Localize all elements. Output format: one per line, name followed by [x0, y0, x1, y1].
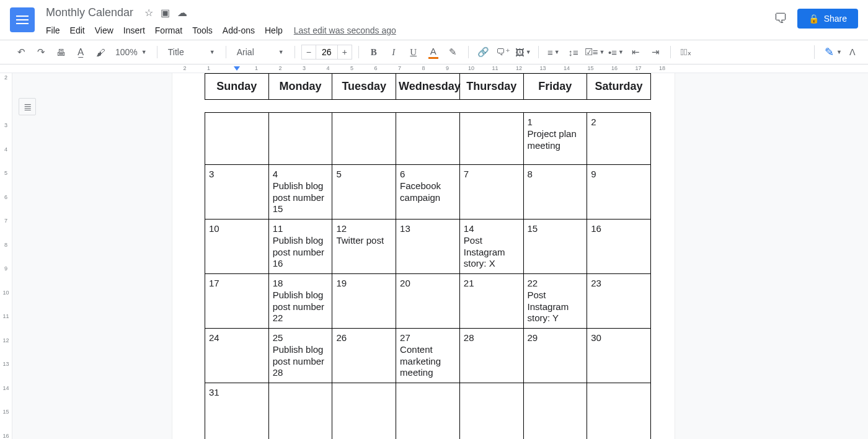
- calendar-cell[interactable]: 11Publish blog post number 16: [268, 220, 332, 274]
- calendar-cell[interactable]: [523, 383, 587, 440]
- italic-button[interactable]: I: [385, 43, 402, 61]
- font-size-input[interactable]: [316, 45, 337, 60]
- calendar-cell[interactable]: [396, 383, 460, 440]
- calendar-cell[interactable]: [587, 383, 651, 440]
- menu-view[interactable]: View: [91, 23, 117, 38]
- menu-help[interactable]: Help: [261, 23, 286, 38]
- calendar-cell[interactable]: [205, 113, 269, 165]
- calendar-cell[interactable]: 22Post Instagram story: Y: [523, 274, 587, 329]
- print-button[interactable]: 🖶: [52, 43, 69, 61]
- undo-button[interactable]: ↶: [12, 43, 30, 61]
- last-edit-link[interactable]: Last edit was seconds ago: [294, 25, 396, 35]
- calendar-cell[interactable]: [268, 383, 332, 440]
- calendar-cell[interactable]: [332, 383, 396, 440]
- calendar-day-number: 15: [528, 223, 583, 235]
- menu-tools[interactable]: Tools: [188, 23, 216, 38]
- calendar-cell[interactable]: 21: [459, 274, 523, 329]
- calendar-cell[interactable]: 16: [587, 220, 651, 274]
- font-size-decrease[interactable]: −: [301, 45, 316, 60]
- menu-edit[interactable]: Edit: [66, 23, 89, 38]
- calendar-cell[interactable]: 12Twitter post: [332, 220, 396, 274]
- calendar-header-cell[interactable]: Sunday: [205, 74, 269, 100]
- indent-decrease-button[interactable]: ⇤: [627, 43, 644, 61]
- calendar-cell[interactable]: 31: [205, 383, 269, 440]
- font-size-increase[interactable]: +: [337, 45, 352, 60]
- page-scroll-area[interactable]: SundayMondayTuesdayWednesdayThursdayFrid…: [42, 73, 868, 439]
- collapse-toolbar-button[interactable]: ᐱ: [849, 47, 856, 57]
- document-page[interactable]: SundayMondayTuesdayWednesdayThursdayFrid…: [172, 73, 675, 439]
- document-title[interactable]: Monthly Calendar: [42, 5, 137, 20]
- calendar-cell[interactable]: 26: [332, 329, 396, 383]
- calendar-cell[interactable]: 27Content marketing meeting: [396, 329, 460, 383]
- calendar-cell[interactable]: 23: [587, 274, 651, 329]
- calendar-header-cell[interactable]: Wednesday: [396, 74, 460, 100]
- calendar-cell[interactable]: 29: [523, 329, 587, 383]
- calendar-cell[interactable]: [268, 113, 332, 165]
- calendar-cell[interactable]: [459, 383, 523, 440]
- redo-button[interactable]: ↷: [32, 43, 50, 61]
- highlight-button[interactable]: ✎: [445, 43, 462, 61]
- calendar-cell[interactable]: 3: [205, 165, 269, 220]
- calendar-header-cell[interactable]: Tuesday: [332, 74, 396, 100]
- horizontal-ruler[interactable]: 21123456789101112131415161718: [0, 64, 868, 73]
- spellcheck-button[interactable]: A̲: [72, 43, 89, 61]
- calendar-cell[interactable]: 13: [396, 220, 460, 274]
- calendar-cell[interactable]: 5: [332, 165, 396, 220]
- text-color-button[interactable]: A: [425, 43, 442, 61]
- star-icon[interactable]: ☆: [144, 7, 153, 19]
- calendar-header-cell[interactable]: Monday: [268, 74, 332, 100]
- editing-mode-button[interactable]: ✎ ▼: [814, 45, 842, 59]
- calendar-cell[interactable]: 6Facebook campaign: [396, 165, 460, 220]
- indent-marker-icon[interactable]: [234, 66, 240, 71]
- calendar-cell[interactable]: 17: [205, 274, 269, 329]
- bold-button[interactable]: B: [365, 43, 383, 61]
- insert-comment-button[interactable]: 🗨⁺: [495, 43, 512, 61]
- calendar-cell[interactable]: 30: [587, 329, 651, 383]
- menu-format[interactable]: Format: [151, 23, 186, 38]
- calendar-cell[interactable]: 28: [459, 329, 523, 383]
- zoom-select[interactable]: 100% ▼: [112, 47, 151, 57]
- calendar-cell[interactable]: 8: [523, 165, 587, 220]
- calendar-cell[interactable]: [459, 113, 523, 165]
- menu-file[interactable]: File: [42, 23, 64, 38]
- document-outline-button[interactable]: ≣: [19, 98, 36, 115]
- calendar-cell[interactable]: 24: [205, 329, 269, 383]
- calendar-cell[interactable]: 4Publish blog post number 15: [268, 165, 332, 220]
- move-icon[interactable]: ▣: [161, 7, 170, 19]
- calendar-cell[interactable]: [332, 113, 396, 165]
- share-button[interactable]: 🔒 Share: [797, 9, 858, 29]
- vertical-ruler[interactable]: 234567891011121314151617: [0, 73, 12, 439]
- calendar-header-cell[interactable]: Thursday: [459, 74, 523, 100]
- indent-increase-button[interactable]: ⇥: [647, 43, 664, 61]
- calendar-cell[interactable]: 2: [587, 113, 651, 165]
- font-family-select[interactable]: Arial ▼: [232, 44, 288, 60]
- menu-addons[interactable]: Add-ons: [219, 23, 259, 38]
- calendar-cell[interactable]: 19: [332, 274, 396, 329]
- calendar-cell[interactable]: 9: [587, 165, 651, 220]
- cloud-status-icon[interactable]: ☁: [177, 7, 187, 19]
- clear-formatting-button[interactable]: Ｔ̶ₓ: [677, 43, 694, 61]
- insert-link-button[interactable]: 🔗: [475, 43, 492, 61]
- calendar-cell[interactable]: [396, 113, 460, 165]
- docs-logo-icon[interactable]: [10, 7, 35, 32]
- paragraph-style-select[interactable]: Title ▼: [164, 44, 219, 60]
- calendar-cell[interactable]: 1Project plan meeting: [523, 113, 587, 165]
- checklist-button[interactable]: ☑≡▼: [585, 43, 605, 61]
- calendar-cell[interactable]: 7: [459, 165, 523, 220]
- line-spacing-button[interactable]: ↕≡: [565, 43, 582, 61]
- calendar-cell[interactable]: 20: [396, 274, 460, 329]
- calendar-cell[interactable]: 15: [523, 220, 587, 274]
- underline-button[interactable]: U: [405, 43, 422, 61]
- align-button[interactable]: ≡▼: [545, 43, 562, 61]
- comments-icon[interactable]: 🗨: [774, 11, 787, 27]
- calendar-cell[interactable]: 18Publish blog post number 22: [268, 274, 332, 329]
- calendar-cell[interactable]: 25Publish blog post number 28: [268, 329, 332, 383]
- calendar-cell[interactable]: 14Post Instagram story: X: [459, 220, 523, 274]
- calendar-header-cell[interactable]: Friday: [523, 74, 587, 100]
- insert-image-button[interactable]: 🖼▼: [515, 43, 532, 61]
- bulleted-list-button[interactable]: •≡▼: [607, 43, 624, 61]
- calendar-cell[interactable]: 10: [205, 220, 269, 274]
- paint-format-button[interactable]: 🖌: [92, 43, 109, 61]
- menu-insert[interactable]: Insert: [120, 23, 149, 38]
- calendar-header-cell[interactable]: Saturday: [587, 74, 651, 100]
